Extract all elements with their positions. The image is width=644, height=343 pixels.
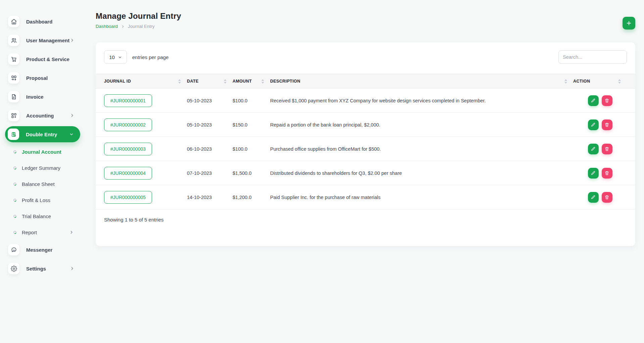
radio-bullet-icon: [13, 150, 17, 154]
amount-cell: $1,500.0: [233, 170, 270, 176]
messenger-icon: [8, 244, 19, 255]
column-header-journal-id[interactable]: JOURNAL ID: [104, 74, 187, 88]
table-summary: Showing 1 to 5 of 5 entries: [96, 217, 635, 223]
sidebar-item-dashboard[interactable]: Dashboard: [0, 12, 82, 31]
sidebar-item-settings[interactable]: Settings: [0, 259, 82, 278]
page-title: Manage Journal Entry: [96, 11, 181, 21]
sidebar-subitem-report[interactable]: Report: [0, 224, 82, 240]
pencil-icon: [591, 195, 596, 200]
table-row: #JUR000000003 06-10-2023 $100.0 Purchase…: [96, 137, 635, 161]
delete-button[interactable]: [602, 168, 612, 179]
edit-button[interactable]: [588, 95, 599, 106]
home-icon: [8, 16, 19, 27]
sidebar-item-invoice[interactable]: Invoice: [0, 87, 82, 106]
sidebar-item-double-entry[interactable]: Double Entry: [5, 126, 80, 142]
breadcrumb-current: Journal Entry: [128, 24, 155, 29]
sort-icon: [224, 79, 227, 84]
cart-icon: [8, 53, 19, 65]
pencil-icon: [591, 122, 596, 127]
radio-bullet-icon: [13, 230, 17, 234]
chevron-right-icon: [69, 230, 73, 234]
journal-id-badge[interactable]: #JUR000000002: [104, 118, 152, 131]
sidebar-item-label: Proposal: [26, 75, 48, 81]
add-journal-entry-button[interactable]: [623, 17, 635, 30]
column-header-description[interactable]: DESCRIPTION: [270, 74, 573, 88]
sidebar-item-messenger[interactable]: Messenger: [0, 240, 82, 259]
sort-icon: [178, 79, 181, 84]
sidebar: Dashboard User Management Product & Serv…: [0, 0, 82, 343]
double-entry-icon: [8, 129, 19, 140]
radio-bullet-icon: [13, 166, 17, 170]
sidebar-subitem-balance-sheet[interactable]: Balance Sheet: [0, 176, 82, 192]
search-input[interactable]: [558, 50, 627, 64]
gear-icon: [8, 263, 19, 274]
description-cell: Received $1,000 payment from XYZ Company…: [270, 98, 573, 103]
table-header-row: JOURNAL ID DATE AMOUNT DESCRIPTION ACTIO…: [96, 74, 635, 89]
radio-bullet-icon: [13, 182, 17, 186]
sidebar-subitem-profit-loss[interactable]: Profit & Loss: [0, 192, 82, 208]
journal-id-badge[interactable]: #JUR000000004: [104, 167, 152, 180]
table-row: #JUR000000004 07-10-2023 $1,500.0 Distri…: [96, 161, 635, 185]
edit-button[interactable]: [588, 119, 599, 130]
edit-button[interactable]: [588, 168, 599, 179]
sidebar-item-label: Double Entry: [26, 132, 57, 137]
description-cell: Distributed dividends to shareholders fo…: [270, 170, 573, 176]
chevron-down-icon: [69, 132, 73, 136]
column-header-date[interactable]: DATE: [187, 74, 233, 88]
sort-icon: [564, 79, 567, 84]
delete-button[interactable]: [602, 119, 612, 130]
delete-button[interactable]: [602, 192, 612, 203]
table-row: #JUR000000005 14-10-2023 $1,200.0 Paid S…: [96, 185, 635, 209]
journal-id-badge[interactable]: #JUR000000001: [104, 94, 152, 107]
delete-button[interactable]: [602, 144, 612, 154]
pencil-icon: [591, 146, 596, 151]
column-header-action[interactable]: ACTION: [573, 74, 627, 88]
sidebar-subitem-trial-balance[interactable]: Trial Balance: [0, 208, 82, 224]
page-size-select[interactable]: 10: [104, 50, 127, 64]
date-cell: 05-10-2023: [187, 122, 233, 128]
edit-button[interactable]: [588, 192, 599, 203]
breadcrumb: Dashboard Journal Entry: [96, 24, 181, 29]
radio-bullet-icon: [13, 214, 17, 218]
accounting-icon: [8, 110, 19, 121]
sidebar-subitem-label: Journal Account: [22, 149, 61, 155]
sort-icon: [618, 79, 621, 84]
radio-bullet-icon: [13, 198, 17, 202]
sidebar-item-product-service[interactable]: Product & Service: [0, 50, 82, 68]
trash-icon: [604, 98, 609, 103]
chevron-right-icon: [121, 25, 125, 28]
date-cell: 06-10-2023: [187, 146, 233, 152]
trash-icon: [604, 195, 609, 200]
journal-id-badge[interactable]: #JUR000000005: [104, 191, 152, 204]
trash-icon: [604, 146, 609, 151]
column-header-amount[interactable]: AMOUNT: [233, 74, 270, 88]
entries-per-page-label: entries per page: [132, 54, 168, 60]
page-size-value: 10: [109, 54, 115, 60]
sidebar-item-label: Accounting: [26, 113, 54, 118]
edit-button[interactable]: [588, 144, 599, 154]
description-cell: Paid Supplier Inc. for the purchase of r…: [270, 195, 573, 200]
sidebar-subitem-label: Profit & Loss: [22, 197, 50, 203]
sidebar-item-label: Dashboard: [26, 19, 52, 24]
description-cell: Purchased office supplies from OfficeMar…: [270, 146, 573, 152]
table-row: #JUR000000002 05-10-2023 $150.0 Repaid a…: [96, 113, 635, 137]
sidebar-item-label: Product & Service: [26, 56, 69, 62]
chevron-right-icon: [70, 38, 74, 42]
amount-cell: $100.0: [233, 146, 270, 152]
sidebar-item-label: Invoice: [26, 94, 44, 100]
sidebar-subitem-label: Balance Sheet: [22, 181, 55, 187]
sidebar-subitem-journal-account[interactable]: Journal Account: [0, 144, 82, 160]
sidebar-item-accounting[interactable]: Accounting: [0, 106, 82, 125]
pencil-icon: [591, 98, 596, 103]
journal-id-badge[interactable]: #JUR000000003: [104, 143, 152, 155]
delete-button[interactable]: [602, 95, 612, 106]
amount-cell: $1,200.0: [233, 195, 270, 200]
description-cell: Repaid a portion of the bank loan princi…: [270, 122, 573, 128]
sidebar-item-label: User Management: [26, 38, 69, 43]
sidebar-item-proposal[interactable]: Proposal: [0, 68, 82, 87]
sidebar-subitem-label: Report: [22, 230, 37, 235]
sidebar-subitem-ledger-summary[interactable]: Ledger Summary: [0, 160, 82, 176]
sidebar-item-user-management[interactable]: User Management: [0, 31, 82, 50]
breadcrumb-dashboard-link[interactable]: Dashboard: [96, 24, 118, 29]
sidebar-subitem-label: Trial Balance: [22, 213, 51, 219]
